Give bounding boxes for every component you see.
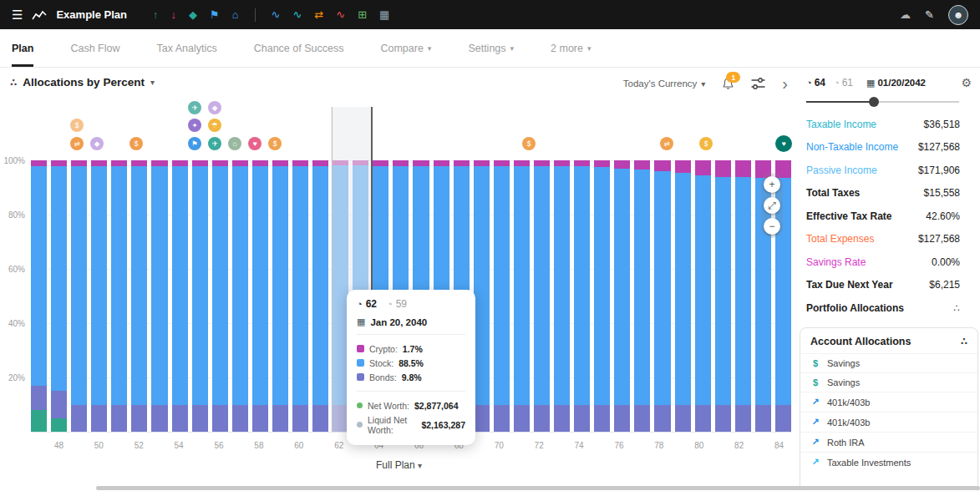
allocation-bar-age-58[interactable] [252, 160, 268, 432]
milestone-icon[interactable]: ⇄ [70, 137, 84, 150]
horizontal-scrollbar[interactable] [96, 486, 980, 490]
allocation-bar-age-47[interactable] [31, 160, 47, 432]
milestone-icon[interactable]: $ [699, 137, 713, 150]
milestone-icon[interactable]: ◆ [208, 101, 221, 114]
bonds-segment [31, 386, 47, 410]
allocation-bar-age-75[interactable] [594, 160, 610, 432]
allocation-bar-age-81[interactable] [715, 160, 731, 432]
milestone-flag-icon[interactable]: ⚑ [210, 9, 220, 20]
milestone-icon[interactable]: ♥ [775, 135, 792, 152]
bonds-segment [232, 405, 248, 433]
bonds-segment [755, 405, 771, 433]
allocation-bar-age-77[interactable] [634, 160, 650, 432]
plan-range-selector[interactable]: Full Plan ▾ [0, 459, 798, 471]
allocation-bar-age-72[interactable] [534, 160, 550, 432]
notifications-bell-icon[interactable]: 1 [722, 77, 734, 90]
allocation-bar-age-79[interactable] [675, 160, 691, 432]
allocation-bar-age-78[interactable] [654, 160, 670, 432]
cash-segment [51, 418, 67, 432]
allocation-bar-age-74[interactable] [574, 160, 590, 432]
allocation-bar-age-73[interactable] [554, 160, 570, 432]
account-item-savings[interactable]: $Savings [800, 372, 977, 392]
milestone-icon[interactable]: $ [70, 119, 84, 132]
expense-arrow-icon[interactable]: ↓ [171, 9, 177, 20]
account-item-roth-ira[interactable]: ↗Roth IRA [800, 432, 977, 452]
account-item-401k-403b[interactable]: ↗401k/403b [800, 412, 977, 432]
calendar-icon: ▦ [357, 316, 365, 327]
allocation-bar-age-55[interactable] [192, 160, 208, 432]
milestone-icon[interactable]: ⇄ [660, 137, 673, 150]
avatar[interactable]: ☻ [948, 5, 968, 25]
income-arrow-icon[interactable]: ↑ [153, 9, 159, 20]
property-home-icon[interactable]: ⌂ [232, 9, 239, 20]
tax-icon[interactable]: ⇄ [314, 9, 323, 20]
plan-title[interactable]: Example Plan [56, 8, 127, 21]
next-chart-arrow-icon[interactable]: › [782, 75, 788, 92]
milestone-icon[interactable]: $ [129, 137, 143, 150]
allocation-bar-age-82[interactable] [735, 160, 751, 432]
zoom-in-button[interactable]: + [764, 176, 780, 193]
tab-cash-flow[interactable]: Cash Flow [70, 29, 119, 67]
allocation-bar-age-49[interactable] [71, 160, 87, 432]
tab-2-more[interactable]: 2 more▾ [551, 29, 591, 67]
allocation-bar-age-80[interactable] [695, 160, 711, 432]
savings-chart-icon[interactable]: ∿ [292, 9, 302, 20]
expenses-chart-icon[interactable]: ∿ [336, 9, 345, 20]
selected-date[interactable]: ▦01/20/2042 [866, 78, 926, 89]
milestone-icon[interactable]: ⌂ [228, 137, 241, 150]
milestone-icon[interactable]: ☂ [208, 119, 221, 132]
milestone-icon[interactable]: $ [268, 137, 282, 150]
milestone-icon[interactable]: ✈ [188, 101, 201, 114]
networth-grid-icon[interactable]: ⊞ [358, 9, 367, 20]
zoom-reset-button[interactable]: ⤢ [764, 197, 780, 214]
zoom-out-button[interactable]: − [764, 218, 780, 235]
milestone-icon[interactable]: ✈ [208, 137, 221, 150]
stock-segment [192, 166, 208, 405]
slider-thumb[interactable] [869, 97, 879, 107]
account-item-401k-403b[interactable]: ↗401k/403b [800, 392, 977, 412]
timeline-slider[interactable] [806, 96, 959, 108]
allocation-icon[interactable]: ∴ [961, 336, 967, 347]
allocation-bar-age-76[interactable] [614, 160, 630, 432]
sidebar-settings-gear-icon[interactable]: ⚙ [961, 76, 973, 89]
income-chart-icon[interactable]: ∿ [272, 9, 281, 20]
allocation-bar-age-51[interactable] [111, 160, 127, 432]
milestone-icon[interactable]: ✦ [188, 119, 201, 132]
allocation-bar-age-61[interactable] [312, 160, 328, 432]
tab-chance-of-success[interactable]: Chance of Success [254, 29, 344, 67]
stat-total-expenses: Total Expenses$127,568 [798, 228, 980, 251]
tab-compare[interactable]: Compare▾ [380, 29, 431, 67]
allocation-bar-age-69[interactable] [474, 160, 490, 432]
cloud-sync-icon[interactable]: ☁ [900, 9, 911, 20]
allocation-bar-age-59[interactable] [272, 160, 288, 432]
allocation-bar-age-48[interactable] [51, 160, 67, 432]
edit-disabled-icon[interactable]: ✎ [925, 9, 934, 20]
allocation-bar-age-56[interactable] [212, 160, 228, 432]
menu-icon[interactable]: ☰ [12, 8, 23, 23]
account-item-taxable-investments[interactable]: ↗Taxable Investments [800, 452, 977, 472]
allocation-bar-age-50[interactable] [91, 160, 107, 432]
allocation-bar-age-60[interactable] [292, 160, 308, 432]
allocation-bar-age-52[interactable] [131, 160, 147, 432]
milestone-icon[interactable]: ◆ [90, 137, 104, 150]
allocation-bar-age-57[interactable] [232, 160, 248, 432]
account-item-savings[interactable]: $Savings [800, 353, 977, 372]
savings-icon[interactable]: ◆ [189, 9, 197, 20]
allocation-icon[interactable]: ∴ [953, 302, 960, 314]
allocation-bar-age-70[interactable] [494, 160, 510, 432]
chart-type-selector[interactable]: ∴ Allocations by Percent ▾ [10, 76, 155, 89]
milestone-icon[interactable]: $ [522, 137, 536, 150]
tab-tax-analytics[interactable]: Tax Analytics [156, 29, 216, 67]
stock-segment [172, 166, 188, 405]
currency-selector[interactable]: Today's Currency ▾ [623, 78, 706, 89]
chart-filter-icon[interactable] [751, 78, 765, 89]
allocation-bar-age-54[interactable] [172, 160, 188, 432]
bank-icon[interactable]: ▦ [379, 9, 389, 20]
account-label: 401k/403b [827, 418, 870, 428]
tab-settings[interactable]: Settings▾ [468, 29, 514, 67]
milestone-icon[interactable]: ⚑ [188, 137, 201, 150]
milestone-icon[interactable]: ♥ [248, 137, 262, 150]
allocation-bar-age-53[interactable] [151, 160, 167, 432]
tab-plan[interactable]: Plan [12, 29, 33, 67]
allocation-bar-age-71[interactable] [514, 160, 530, 432]
